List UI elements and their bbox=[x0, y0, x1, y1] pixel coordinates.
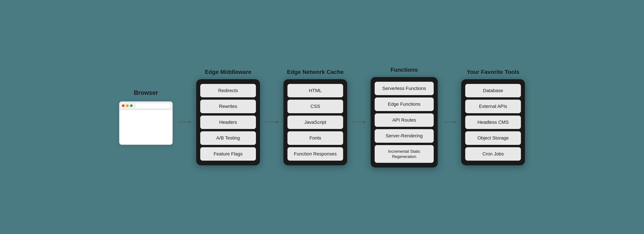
panel-section-functions: Functions Serverless Functions Edge Func… bbox=[371, 66, 438, 168]
panel-item-function-responses: Function Responses bbox=[288, 147, 343, 161]
browser-window bbox=[119, 101, 173, 145]
arrow-3 bbox=[347, 122, 371, 122]
panel-item-fonts: Fonts bbox=[288, 131, 343, 145]
panel-section-favorite-tools: Your Favorite Tools Database External AP… bbox=[461, 69, 525, 165]
panel-item-external-apis: External APIs bbox=[465, 100, 521, 113]
panel-item-api-routes: API Routes bbox=[375, 113, 434, 127]
panel-item-edge-functions: Edge Functions bbox=[375, 97, 434, 111]
panel-item-feature-flags: Feature Flags bbox=[200, 147, 256, 161]
panel-item-rewrites: Rewrites bbox=[200, 100, 256, 113]
diagram-container: Browser Edge Middleware Redirects Rewrit… bbox=[106, 56, 538, 178]
panel-item-server-rendering: Server-Rendering bbox=[375, 129, 434, 143]
browser-section: Browser bbox=[119, 89, 173, 145]
arrow-line-4 bbox=[443, 122, 456, 122]
arrow-line-3 bbox=[352, 122, 366, 122]
panel-card-edge-middleware: Redirects Rewrites Headers A/B Testing F… bbox=[196, 79, 260, 165]
panel-title-edge-middleware: Edge Middleware bbox=[205, 69, 252, 75]
browser-content bbox=[120, 110, 172, 144]
arrow-line-1 bbox=[178, 122, 191, 122]
panel-item-serverless-functions: Serverless Functions bbox=[375, 82, 434, 95]
panel-item-object-storage: Object Storage bbox=[465, 131, 521, 145]
panel-section-edge-middleware: Edge Middleware Redirects Rewrites Heade… bbox=[196, 69, 260, 165]
panel-section-edge-network-cache: Edge Network Cache HTML CSS JavaScript F… bbox=[284, 69, 347, 165]
arrow-1 bbox=[173, 122, 196, 122]
arrow-4 bbox=[438, 122, 461, 122]
browser-address-bar bbox=[136, 104, 170, 108]
browser-label: Browser bbox=[134, 89, 158, 96]
panel-item-redirects: Redirects bbox=[200, 84, 256, 97]
panel-item-javascript: JavaScript bbox=[288, 116, 343, 129]
panel-item-ab-testing: A/B Testing bbox=[200, 131, 256, 145]
browser-dot-red bbox=[122, 104, 124, 107]
browser-titlebar bbox=[120, 102, 172, 110]
arrow-line-2 bbox=[265, 122, 278, 122]
panel-card-edge-network-cache: HTML CSS JavaScript Fonts Function Respo… bbox=[284, 79, 347, 165]
panel-item-css: CSS bbox=[288, 100, 343, 113]
browser-dot-yellow bbox=[126, 104, 129, 107]
panel-item-html: HTML bbox=[288, 84, 343, 97]
panel-card-functions: Serverless Functions Edge Functions API … bbox=[371, 77, 438, 168]
panel-title-favorite-tools: Your Favorite Tools bbox=[467, 69, 520, 75]
panel-item-database: Database bbox=[465, 84, 521, 97]
panel-item-headless-cms: Headless CMS bbox=[465, 116, 521, 129]
panel-card-favorite-tools: Database External APIs Headless CMS Obje… bbox=[461, 79, 525, 165]
arrow-2 bbox=[260, 122, 284, 122]
panel-title-edge-network-cache: Edge Network Cache bbox=[287, 69, 344, 75]
panel-item-isr: Incremental StaticRegeneration bbox=[375, 145, 434, 163]
panel-title-functions: Functions bbox=[390, 66, 418, 73]
panel-item-headers: Headers bbox=[200, 116, 256, 129]
panel-item-cron-jobs: Cron Jobs bbox=[465, 147, 521, 161]
browser-dot-green bbox=[130, 104, 133, 107]
